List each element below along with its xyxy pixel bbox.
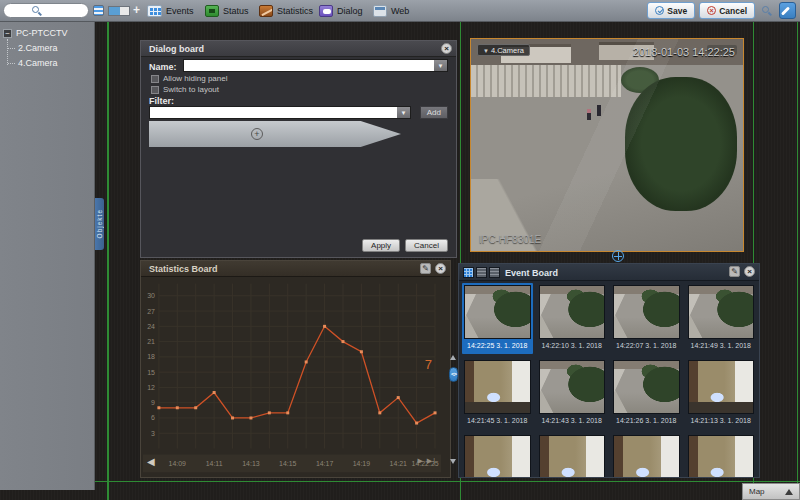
view-list-icon[interactable]	[476, 267, 487, 278]
event-snapshot-image	[539, 435, 606, 477]
dialog-board-header[interactable]: Dialog board ×	[141, 41, 456, 57]
event-board-panel: Event Board ✎ × 14:22:25 3. 1. 201814:22…	[458, 263, 760, 478]
tree-connector	[7, 39, 8, 65]
event-snapshot-image	[613, 435, 680, 477]
event-thumbnail[interactable]: 14:21:26 3. 1. 2018	[611, 358, 682, 429]
splitter-handle[interactable]: <>	[449, 367, 458, 382]
svg-text:3: 3	[151, 430, 155, 437]
close-icon[interactable]: ×	[435, 263, 446, 274]
allow-hiding-checkbox-row[interactable]: Allow hiding panel	[151, 74, 228, 83]
event-thumbnail[interactable]: 14:21:49 3. 1. 2018	[686, 283, 757, 354]
svg-text:14:15: 14:15	[279, 460, 297, 467]
statistics-board-header[interactable]: Statistics Board ✎ ×	[141, 261, 450, 277]
event-thumbnail[interactable]: 14:21:43 3. 1. 2018	[537, 358, 608, 429]
event-timestamp: 14:22:10 3. 1. 2018	[539, 339, 606, 352]
event-timestamp: 14:21:13 3. 1. 2018	[688, 414, 755, 427]
move-anchor-icon[interactable]	[612, 250, 624, 262]
event-thumbnail[interactable]: 14:22:10 3. 1. 2018	[537, 283, 608, 354]
splitter-arrow-down-icon[interactable]	[450, 459, 456, 464]
event-snapshot-image	[464, 285, 531, 339]
camera-live-view[interactable]: ▼4.Camera 2018-01-03 14:22:25 IPC-HF8301…	[470, 38, 744, 252]
close-icon[interactable]: ×	[441, 43, 452, 54]
allow-hiding-checkbox[interactable]	[151, 75, 159, 83]
sidebar-item-camera4[interactable]: 4.Camera	[18, 58, 58, 68]
event-snapshot-image	[688, 285, 755, 339]
edit-pencil-icon[interactable]: ✎	[729, 266, 740, 277]
search-input[interactable]	[4, 4, 88, 17]
statistics-chart-icon	[259, 5, 273, 17]
camera-scene-pedestrian	[597, 105, 601, 116]
tab-events-label: Events	[166, 6, 194, 16]
panel-splitter[interactable]: <>	[449, 263, 458, 478]
chart-scroll-left-icon[interactable]: ◀	[147, 456, 155, 467]
zoom-slider[interactable]	[108, 6, 130, 16]
view-detail-icon[interactable]	[489, 267, 500, 278]
event-thumbnail-selected[interactable]: 14:22:25 3. 1. 2018	[462, 283, 533, 354]
svg-text:6: 6	[151, 414, 155, 421]
save-button-label: Save	[667, 6, 687, 16]
filter-field[interactable]	[150, 107, 410, 118]
add-icon[interactable]: +	[133, 3, 140, 17]
tree-collapse-icon[interactable]: −	[3, 29, 12, 38]
save-button[interactable]: Save	[647, 2, 695, 19]
view-grid-icon[interactable]	[463, 267, 474, 278]
filter-combobox[interactable]: ▼	[149, 106, 411, 119]
magnifier-icon	[762, 6, 769, 13]
magnifier-button[interactable]	[759, 3, 775, 19]
filter-chain-banner[interactable]: +	[149, 121, 401, 147]
layout-guide-horizontal-1	[95, 481, 800, 482]
apply-button[interactable]: Apply	[362, 239, 400, 252]
layout-guide-vertical-1	[107, 22, 109, 500]
statistics-board-title: Statistics Board	[141, 261, 450, 274]
event-timestamp: 14:21:26 3. 1. 2018	[613, 414, 680, 427]
add-filter-button[interactable]: Add	[420, 106, 448, 119]
chart-play-icons[interactable]: ▶ ▶|	[417, 457, 436, 465]
switch-layout-checkbox[interactable]	[151, 86, 159, 94]
event-board-header[interactable]: Event Board ✎ ×	[459, 264, 759, 281]
camera-name-chip[interactable]: ▼4.Camera	[477, 44, 530, 56]
map-button[interactable]: Map	[742, 483, 800, 500]
layers-icon[interactable]	[93, 5, 104, 16]
statistics-chart-area: 3691215182124273014:0914:1114:1314:1514:…	[143, 277, 441, 477]
sidebar-item-camera2[interactable]: 2.Camera	[18, 43, 58, 53]
tab-dialog[interactable]: Dialog	[314, 2, 368, 20]
svg-text:30: 30	[147, 292, 155, 299]
event-timestamp: 14:21:43 3. 1. 2018	[539, 414, 606, 427]
tab-events[interactable]: Events	[142, 2, 199, 20]
event-thumbnail[interactable]: 14:21:45 3. 1. 2018	[462, 358, 533, 429]
tab-status[interactable]: Status	[200, 2, 254, 20]
switch-layout-checkbox-row[interactable]: Switch to layout	[151, 85, 219, 94]
event-timestamp: 14:21:45 3. 1. 2018	[464, 414, 531, 427]
tree-connector-tick	[8, 48, 15, 49]
dialog-cancel-button[interactable]: Cancel	[405, 239, 448, 252]
dialog-board-actions: Apply Cancel	[362, 239, 448, 252]
event-thumbnail[interactable]	[686, 433, 757, 477]
splitter-arrow-up-icon[interactable]	[450, 355, 456, 360]
switch-layout-label: Switch to layout	[163, 85, 219, 94]
map-button-label: Map	[749, 487, 765, 496]
svg-text:14:11: 14:11	[206, 460, 223, 467]
event-thumbnail[interactable]: 14:21:13 3. 1. 2018	[686, 358, 757, 429]
event-thumbnail[interactable]	[537, 433, 608, 477]
objects-side-tab[interactable]: Objekte	[95, 198, 104, 250]
chevron-down-icon[interactable]: ▼	[434, 60, 447, 71]
name-field[interactable]	[184, 60, 447, 71]
zoom-slider-fill	[109, 7, 120, 15]
tools-button[interactable]	[779, 2, 796, 19]
event-thumbnail[interactable]	[462, 433, 533, 477]
edit-pencil-icon[interactable]: ✎	[420, 263, 431, 274]
chevron-down-icon[interactable]: ▼	[397, 107, 410, 118]
cancel-button[interactable]: × Cancel	[699, 2, 755, 19]
event-thumbnail[interactable]: 14:22:07 3. 1. 2018	[611, 283, 682, 354]
plus-circle-icon[interactable]: +	[251, 128, 263, 140]
tree-root-node[interactable]: − PC-PTCCTV	[3, 28, 68, 38]
close-icon[interactable]: ×	[744, 266, 755, 277]
svg-text:21: 21	[147, 338, 155, 345]
allow-hiding-label: Allow hiding panel	[163, 74, 228, 83]
objects-side-tab-label: Objekte	[96, 209, 103, 238]
name-combobox[interactable]: ▼	[183, 59, 448, 72]
tab-statistics[interactable]: Statistics	[254, 2, 318, 20]
tab-status-label: Status	[223, 6, 249, 16]
event-thumbnail[interactable]	[611, 433, 682, 477]
tab-web[interactable]: Web	[368, 2, 414, 20]
